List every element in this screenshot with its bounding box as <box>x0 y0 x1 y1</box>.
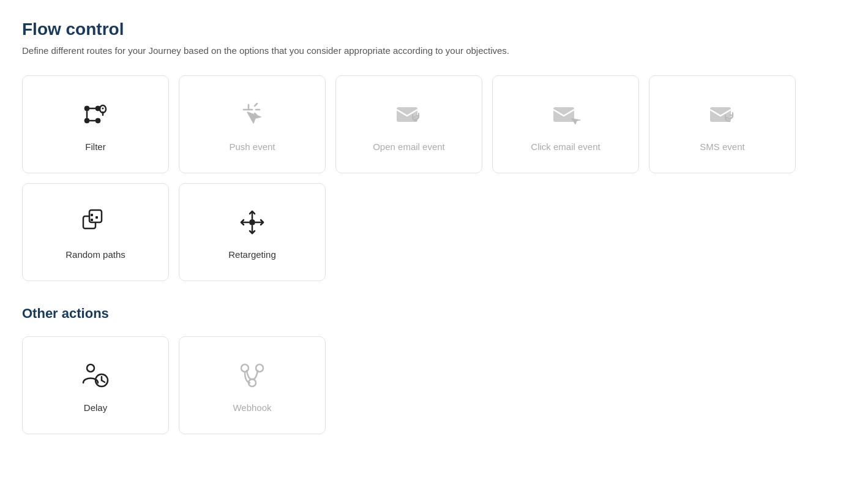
card-sms-event[interactable]: SMS event <box>649 75 796 173</box>
open-email-event-label: Open email event <box>373 141 445 152</box>
svg-rect-21 <box>91 214 93 216</box>
svg-point-8 <box>102 107 104 109</box>
card-random-paths[interactable]: Random paths <box>22 183 169 281</box>
card-delay[interactable]: Delay <box>22 336 169 434</box>
card-push-event[interactable]: Push event <box>179 75 326 173</box>
filter-label: Filter <box>85 141 105 152</box>
webhook-icon <box>235 358 269 393</box>
card-click-email-event[interactable]: Click email event <box>492 75 639 173</box>
delay-icon <box>78 358 113 393</box>
flow-control-grid: Filter Push event <box>22 75 846 281</box>
svg-rect-18 <box>710 107 731 122</box>
svg-point-0 <box>84 106 89 111</box>
click-email-event-label: Click email event <box>531 141 600 152</box>
random-paths-label: Random paths <box>65 249 125 260</box>
filter-icon <box>78 97 113 132</box>
svg-line-13 <box>255 104 257 106</box>
card-webhook[interactable]: Webhook <box>179 336 326 434</box>
svg-point-28 <box>249 219 255 225</box>
svg-point-2 <box>84 118 89 123</box>
page-subtitle: Define different routes for your Journey… <box>22 45 846 56</box>
open-email-event-icon <box>392 97 426 132</box>
card-retargeting[interactable]: Retargeting <box>179 183 326 281</box>
svg-rect-22 <box>95 216 98 219</box>
svg-rect-23 <box>91 219 93 221</box>
push-event-label: Push event <box>229 141 275 152</box>
click-email-event-icon <box>548 97 583 132</box>
push-event-icon <box>235 97 269 132</box>
card-open-email-event[interactable]: Open email event <box>335 75 482 173</box>
page-title: Flow control <box>22 20 846 39</box>
svg-rect-17 <box>553 107 574 122</box>
svg-point-29 <box>87 364 94 372</box>
sms-event-label: SMS event <box>700 141 744 152</box>
svg-line-32 <box>102 380 105 382</box>
sms-event-icon <box>705 97 739 132</box>
other-actions-grid: Delay Webhook <box>22 336 846 434</box>
random-paths-icon <box>78 205 113 239</box>
svg-point-3 <box>95 118 100 123</box>
other-actions-section: Other actions Delay <box>22 306 846 434</box>
flow-control-section: Filter Push event <box>22 75 846 281</box>
card-filter[interactable]: Filter <box>22 75 169 173</box>
retargeting-label: Retargeting <box>228 249 276 260</box>
webhook-label: Webhook <box>233 402 271 413</box>
delay-label: Delay <box>84 402 107 413</box>
retargeting-icon <box>235 205 269 239</box>
other-actions-title: Other actions <box>22 306 846 322</box>
